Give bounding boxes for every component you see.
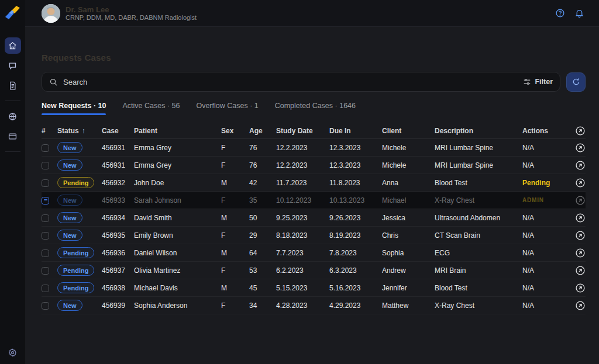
tabs: New Requests · 10Active Cases · 56Overfl…: [42, 102, 586, 115]
status-badge: New: [57, 142, 82, 153]
app-root: Dr. Sam Lee CRNP, DDM, MD, DABR, DABNM R…: [0, 0, 599, 364]
sidebar-item-network[interactable]: [5, 108, 21, 124]
row-checkbox[interactable]: [42, 214, 49, 222]
tab-overflow-cases[interactable]: Overflow Cases · 1: [196, 102, 258, 115]
column-header--[interactable]: #: [42, 127, 57, 135]
column-header-case[interactable]: Case: [102, 127, 134, 135]
row-checkbox[interactable]: [42, 162, 49, 169]
open-case-icon[interactable]: [575, 160, 586, 171]
table-row[interactable]: Pending 456936 Daniel Wilson M 64 7.7.20…: [42, 244, 586, 262]
description-cell: CT Scan Brain: [435, 231, 522, 240]
due-in-cell: 12.3.2023: [329, 144, 382, 152]
row-checkbox[interactable]: [42, 285, 49, 292]
column-header-due-in[interactable]: Due In: [329, 127, 382, 135]
sidebar-item-documents[interactable]: [5, 77, 21, 93]
user-credentials: CRNP, DDM, MD, DABR, DABNM Radiologist: [66, 14, 197, 22]
age-cell: 35: [249, 196, 276, 204]
row-checkbox-cell: [42, 231, 57, 239]
search-input[interactable]: [63, 78, 523, 86]
row-checkbox[interactable]: [42, 144, 49, 152]
sidebar-item-billing[interactable]: [5, 128, 21, 144]
open-case-cell: [575, 230, 586, 241]
open-case-icon[interactable]: [575, 178, 586, 188]
open-case-icon[interactable]: [575, 195, 586, 206]
status-cell: New: [57, 142, 102, 153]
status-cell: New: [57, 212, 102, 223]
header-icons: [555, 8, 584, 18]
column-header-sex[interactable]: Sex: [221, 127, 249, 135]
avatar[interactable]: [42, 4, 60, 23]
table-row[interactable]: Pending 456938 Michael Davis M 45 5.15.2…: [42, 279, 586, 297]
open-case-icon[interactable]: [575, 230, 586, 241]
sex-cell: F: [221, 231, 249, 240]
study-date-cell: 11.7.2023: [276, 179, 329, 187]
table-row[interactable]: Pending 456932 John Doe M 42 11.7.2023 1…: [42, 174, 586, 192]
refresh-icon: [572, 77, 581, 86]
sidebar-item-messages[interactable]: [5, 57, 21, 74]
bell-icon[interactable]: [574, 8, 584, 18]
filter-button[interactable]: Filter: [523, 78, 553, 86]
sex-cell: M: [221, 284, 249, 292]
table-row[interactable]: New 456935 Emily Brown F 29 8.18.2023 8.…: [42, 227, 586, 244]
open-case-icon[interactable]: [575, 213, 586, 223]
description-cell: Ultrasound Abdomen: [435, 214, 522, 222]
row-checkbox[interactable]: [42, 232, 49, 240]
open-all-icon[interactable]: [575, 126, 586, 136]
sex-cell: F: [221, 301, 249, 310]
open-case-icon[interactable]: [575, 143, 586, 153]
sex-cell: F: [221, 196, 249, 204]
table-row[interactable]: New 456934 David Smith M 50 9.25.2023 9.…: [42, 209, 586, 227]
column-header-open: [575, 126, 586, 136]
sex-cell: F: [221, 144, 249, 152]
table-row[interactable]: New 456931 Emma Grey F 76 12.2.2023 12.3…: [42, 157, 586, 174]
home-icon: [8, 41, 17, 50]
row-checkbox[interactable]: [42, 302, 49, 310]
client-cell: Andrew: [382, 266, 435, 275]
description-cell: MRI Lumbar Spine: [435, 144, 522, 152]
open-case-cell: [575, 283, 586, 293]
open-case-icon[interactable]: [575, 283, 586, 293]
column-header-actions[interactable]: Actions: [522, 127, 575, 135]
sex-cell: F: [221, 161, 249, 169]
client-cell: Chris: [382, 231, 435, 240]
row-checkbox[interactable]: [42, 197, 49, 204]
column-header-study-date[interactable]: Study Date: [276, 127, 329, 135]
column-header-patient[interactable]: Patient: [134, 127, 221, 135]
user-name: Dr. Sam Lee: [66, 5, 197, 14]
row-checkbox[interactable]: [42, 179, 49, 187]
patient-cell: Daniel Wilson: [134, 249, 221, 257]
tab-completed-cases[interactable]: Completed Cases · 1646: [275, 102, 356, 115]
action-cell: N/A: [522, 266, 575, 275]
due-in-cell: 5.16.2023: [329, 284, 382, 292]
study-date-cell: 5.15.2023: [276, 284, 329, 292]
tab-new-requests[interactable]: New Requests · 10: [42, 102, 106, 115]
open-case-icon[interactable]: [575, 248, 586, 258]
study-date-cell: 6.2.2023: [276, 266, 329, 275]
due-in-cell: 10.13.2023: [329, 196, 382, 204]
age-cell: 29: [249, 231, 276, 240]
row-checkbox[interactable]: [42, 267, 49, 275]
row-checkbox[interactable]: [42, 249, 49, 257]
age-cell: 42: [249, 179, 276, 187]
column-header-age[interactable]: Age: [249, 127, 276, 135]
table-row[interactable]: Pending 456937 Olivia Martinez F 53 6.2.…: [42, 262, 586, 279]
table-row[interactable]: New 456933 Sarah Johnson F 35 10.12.2023…: [42, 192, 586, 209]
open-case-icon[interactable]: [575, 300, 586, 311]
help-icon[interactable]: [555, 8, 565, 18]
refresh-button[interactable]: [566, 72, 586, 92]
table-header-row: #Status↑CasePatientSexAgeStudy DateDue I…: [42, 123, 586, 139]
sidebar-divider: [5, 100, 20, 101]
row-checkbox-cell: [42, 248, 57, 256]
table-row[interactable]: New 456939 Sophia Anderson F 34 4.28.202…: [42, 297, 586, 314]
age-cell: 76: [249, 161, 276, 169]
tab-active-cases[interactable]: Active Cases · 56: [122, 102, 180, 115]
status-cell: Pending: [57, 177, 102, 188]
sidebar-item-home[interactable]: [5, 37, 21, 54]
column-header-description[interactable]: Description: [435, 127, 522, 135]
open-case-icon[interactable]: [575, 265, 586, 276]
table-row[interactable]: New 456931 Emma Grey F 76 12.2.2023 12.3…: [42, 139, 586, 157]
client-cell: Michele: [382, 161, 435, 169]
column-header-status[interactable]: Status↑: [57, 127, 102, 135]
settings-button[interactable]: [0, 348, 25, 357]
column-header-client[interactable]: Client: [382, 127, 435, 135]
